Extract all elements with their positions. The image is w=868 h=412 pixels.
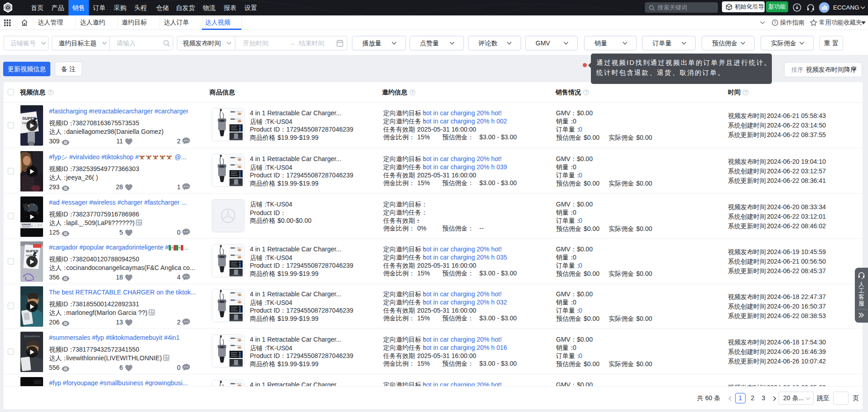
svg-text:ESSAGER: ESSAGER bbox=[22, 223, 31, 226]
svg-text:?: ? bbox=[49, 90, 52, 94]
svg-text:?: ? bbox=[411, 90, 414, 94]
svg-text:?: ? bbox=[774, 20, 776, 25]
svg-text:?: ? bbox=[585, 90, 587, 94]
svg-text:?: ? bbox=[745, 90, 747, 94]
svg-text:@livewithlonnie: @livewithlonnie bbox=[24, 335, 40, 338]
